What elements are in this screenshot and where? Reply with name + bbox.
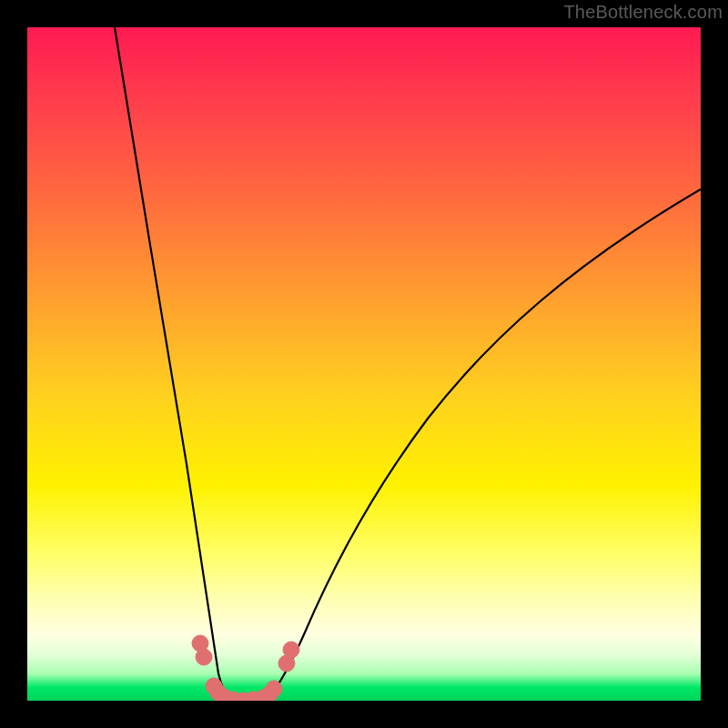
left-curve xyxy=(115,27,232,701)
watermark-text: TheBottleneck.com xyxy=(563,2,723,23)
marker-dot xyxy=(266,681,282,697)
plot-area xyxy=(27,27,701,701)
right-curve xyxy=(263,189,701,701)
marker-group xyxy=(192,635,299,701)
curve-overlay xyxy=(27,27,701,701)
marker-dot xyxy=(283,642,299,658)
marker-dot xyxy=(196,649,212,665)
chart-frame: TheBottleneck.com xyxy=(0,0,728,728)
